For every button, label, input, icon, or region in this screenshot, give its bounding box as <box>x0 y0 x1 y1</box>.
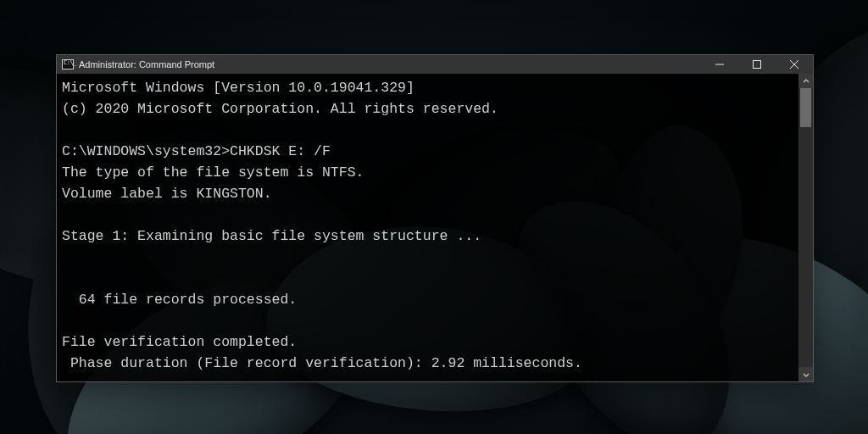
scroll-up-button[interactable] <box>798 74 813 88</box>
maximize-icon <box>753 60 761 69</box>
scroll-thumb[interactable] <box>800 88 811 127</box>
command-prompt-window: Administrator: Command Prompt Microsoft … <box>56 54 814 382</box>
close-button[interactable] <box>776 55 813 74</box>
terminal-line: Microsoft Windows [Version 10.0.19041.32… <box>62 80 415 96</box>
chevron-up-icon <box>803 78 810 85</box>
close-icon <box>790 60 798 69</box>
terminal-line: (c) 2020 Microsoft Corporation. All righ… <box>62 101 498 117</box>
terminal-line: Volume label is KINGSTON. <box>62 186 272 202</box>
svg-rect-0 <box>715 64 724 65</box>
terminal-line: The type of the file system is NTFS. <box>62 164 364 181</box>
minimize-button[interactable] <box>701 55 738 74</box>
chevron-down-icon <box>803 371 810 378</box>
window-title: Administrator: Command Prompt <box>79 59 214 70</box>
svg-rect-1 <box>754 61 761 69</box>
scroll-down-button[interactable] <box>798 367 813 381</box>
minimize-icon <box>715 60 724 69</box>
maximize-button[interactable] <box>738 55 776 74</box>
terminal-output[interactable]: Microsoft Windows [Version 10.0.19041.32… <box>57 74 798 381</box>
titlebar[interactable]: Administrator: Command Prompt <box>57 55 813 74</box>
terminal-line: Phase duration (File record verification… <box>62 355 582 371</box>
cmd-icon <box>62 59 74 70</box>
terminal-line: File verification completed. <box>62 334 297 350</box>
vertical-scrollbar[interactable] <box>798 74 813 381</box>
terminal-line: 64 file records processed. <box>62 292 297 308</box>
terminal-line: C:\WINDOWS\system32>CHKDSK E: /F <box>62 143 331 159</box>
terminal-line: Stage 1: Examining basic file system str… <box>62 228 481 244</box>
